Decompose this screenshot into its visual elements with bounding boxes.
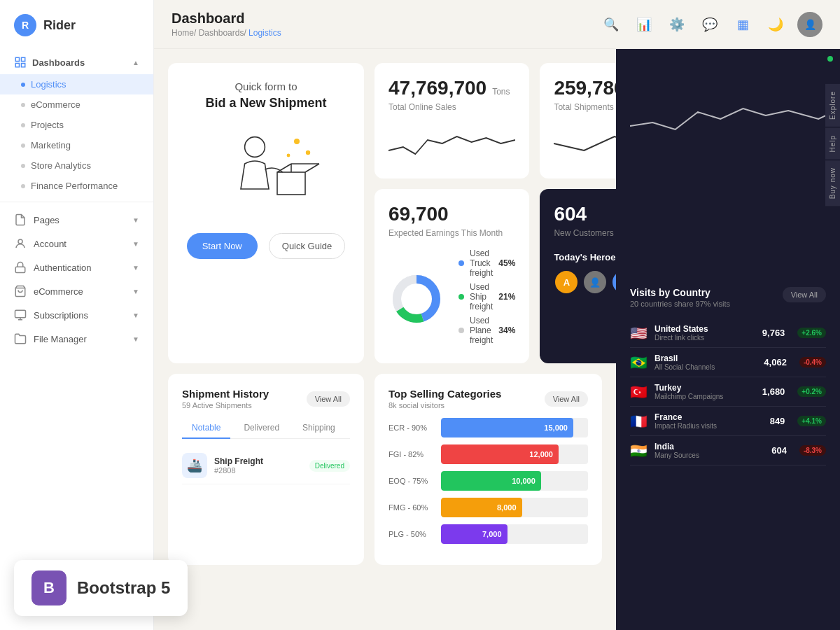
bar-val-eoq: 10,000 (512, 477, 536, 485)
visits-header: Visits by Country 20 countries share 97%… (630, 287, 826, 308)
new-customers-card: 604 New Customers This Month Today's Her… (540, 189, 616, 363)
new-customers-value: 604 (554, 203, 616, 225)
help-side-btn[interactable]: Help (825, 128, 840, 160)
country-name-br: Brasil (654, 354, 757, 363)
bar-label-ecr: ECR - 90% (388, 424, 434, 432)
sidebar-item-subscriptions[interactable]: Subscriptions ▼ (0, 303, 153, 327)
tab-notable[interactable]: Notable (182, 418, 230, 439)
country-visits-fr: 849 (770, 416, 785, 426)
sidebar-item-projects[interactable]: Projects (0, 115, 153, 135)
sidebar-item-ecommerce[interactable]: eCommerce (0, 94, 153, 115)
country-visits-br: 4,062 (764, 357, 787, 368)
bar-label-plg: PLG - 50% (388, 530, 434, 538)
chevron-icon: ▼ (132, 312, 139, 319)
bar-fill-eoq: 10,000 (441, 471, 541, 491)
top-cards-row: Quick form to Bid a New Shipment (168, 63, 602, 363)
sidebar: R Rider Dashboards ▲ Logistics eCommerce… (0, 0, 154, 630)
theme-toggle-btn[interactable]: 🌙 (764, 13, 787, 36)
country-row-br: 🇧🇷 Brasil All Social Channels 4,062 -0.4… (630, 348, 826, 377)
quick-guide-button[interactable]: Quick Guide (269, 233, 346, 259)
categories-subtitle: 8k social visitors (388, 401, 501, 410)
country-info-in: India Many Sources (654, 442, 764, 459)
online-status-dot (827, 56, 833, 62)
user-avatar[interactable]: 👤 (797, 12, 822, 37)
bar-val-fgi: 12,000 (529, 450, 553, 458)
shipment-name: Ship Freight (214, 456, 302, 466)
search-icon-btn[interactable]: 🔍 (600, 13, 622, 36)
quick-form-subtitle: Bid a New Shipment (205, 96, 326, 111)
hero-avatar-a: A (554, 270, 579, 295)
chevron-icon: ▼ (132, 216, 139, 224)
shipment-view-all-btn[interactable]: View All (307, 391, 350, 407)
country-source-tr: Mailchimp Campaigns (654, 393, 755, 400)
chevron-icon: ▼ (132, 264, 139, 272)
categories-header-text: Top Selling Categories 8k social visitor… (388, 388, 501, 410)
visits-view-all-btn[interactable]: View All (783, 287, 826, 302)
grid-view-icon-btn[interactable]: ▦ (732, 13, 754, 36)
sidebar-item-finance-performance[interactable]: Finance Performance (0, 176, 153, 196)
bar-label-fmg: FMG - 60% (388, 503, 434, 512)
country-change-br: -0.4% (799, 357, 826, 368)
dot-icon (21, 103, 25, 107)
chart-icon-btn[interactable]: 📊 (633, 13, 655, 36)
svg-rect-0 (15, 57, 19, 61)
donut-container: Used Truck freight 45% Used Ship freight… (388, 248, 515, 349)
dark-sparkline (630, 91, 826, 150)
bar-fill-fmg: 8,000 (441, 498, 522, 517)
plane-dot (458, 328, 464, 333)
sidebar-item-ecommerce-top[interactable]: eCommerce ▼ (0, 279, 153, 303)
file-manager-icon (14, 332, 27, 345)
bar-row-eoq: EOQ - 75% 10,000 (388, 471, 588, 491)
country-row-us: 🇺🇸 United States Direct link clicks 9,76… (630, 318, 826, 348)
chat-icon-btn[interactable]: 💬 (699, 13, 721, 36)
sidebar-item-store-analytics[interactable]: Store Analytics (0, 155, 153, 176)
dot-icon (21, 164, 25, 168)
start-now-button[interactable]: Start Now (187, 233, 258, 259)
sidebar-item-pages[interactable]: Pages ▼ (0, 208, 153, 232)
bar-row-plg: PLG - 50% 7,000 (388, 524, 588, 544)
tab-shipping[interactable]: Shipping (293, 418, 345, 439)
account-icon (14, 237, 27, 250)
chevron-icon: ▼ (132, 335, 139, 343)
categories-view-all-btn[interactable]: View All (545, 391, 588, 407)
sidebar-dashboards-header[interactable]: Dashboards ▲ (0, 50, 153, 74)
ecommerce-icon (14, 285, 27, 298)
auth-icon (14, 261, 27, 274)
right-panel: Visits by Country 20 countries share 97%… (616, 49, 840, 630)
bar-fill-ecr: 15,000 (441, 418, 573, 438)
sidebar-item-file-manager[interactable]: File Manager ▼ (0, 327, 153, 351)
svg-line-11 (305, 164, 319, 172)
sidebar-item-account[interactable]: Account ▼ (0, 232, 153, 255)
settings-icon-btn[interactable]: ⚙️ (666, 13, 688, 36)
flag-in: 🇮🇳 (630, 442, 648, 459)
bootstrap-watermark: B Bootstrap 5 (14, 560, 188, 616)
shipment-status-badge: Delivered (309, 460, 350, 472)
shipment-tabs: Notable Delivered Shipping (182, 418, 350, 439)
auth-label: Authentication (34, 262, 125, 273)
grid-icon (14, 56, 27, 69)
freight-legend: Used Truck freight 45% Used Ship freight… (458, 248, 515, 349)
shipment-info: Ship Freight #2808 (214, 456, 302, 475)
app-name: Rider (43, 18, 76, 33)
sidebar-item-marketing[interactable]: Marketing (0, 135, 153, 155)
svg-rect-2 (15, 64, 19, 67)
categories-card-header: Top Selling Categories 8k social visitor… (388, 388, 588, 410)
app-logo[interactable]: R Rider (0, 14, 153, 50)
sidebar-item-authentication[interactable]: Authentication ▼ (0, 255, 153, 279)
ship-freight-legend: Used Ship freight 21% (458, 282, 515, 312)
buy-now-side-btn[interactable]: Buy now (825, 160, 840, 206)
shipment-list-item: 🚢 Ship Freight #2808 Delivered (182, 447, 350, 484)
chevron-icon: ▼ (132, 288, 139, 295)
hero-avatar-img1: 👤 (582, 270, 608, 295)
quick-form-card: Quick form to Bid a New Shipment (168, 63, 364, 363)
topbar-left: Dashboard Home/ Dashboards/ Logistics (172, 10, 281, 38)
sidebar-item-logistics[interactable]: Logistics (0, 74, 153, 94)
svg-point-8 (245, 137, 265, 158)
file-manager-label: File Manager (34, 334, 125, 344)
country-info-us: United States Direct link clicks (654, 324, 755, 342)
tab-delivered[interactable]: Delivered (234, 418, 289, 439)
total-shipments-card: 259,786 Total Shipments (540, 63, 616, 178)
explore-side-btn[interactable]: Explore (825, 84, 840, 127)
country-change-in: -8.3% (799, 445, 826, 456)
active-shipments-count: 59 Active Shipments (182, 401, 269, 410)
